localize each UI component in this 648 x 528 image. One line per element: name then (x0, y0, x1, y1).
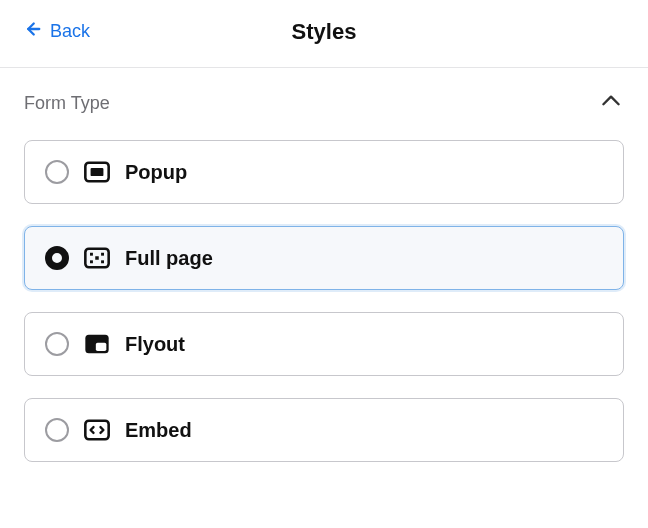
option-label-popup: Popup (125, 161, 187, 184)
back-button[interactable]: Back (20, 18, 90, 45)
svg-rect-5 (101, 253, 104, 256)
page-title: Styles (292, 19, 357, 45)
form-type-section: Form Type Popup (0, 68, 648, 462)
svg-rect-6 (90, 260, 93, 263)
back-label: Back (50, 21, 90, 42)
option-label-embed: Embed (125, 419, 192, 442)
section-header[interactable]: Form Type (24, 88, 624, 140)
radio-embed[interactable] (45, 418, 69, 442)
embed-icon (83, 416, 111, 444)
option-full-page[interactable]: Full page (24, 226, 624, 290)
svg-rect-8 (95, 256, 99, 260)
form-type-options: Popup Full page (24, 140, 624, 462)
back-arrow-icon (20, 18, 42, 45)
svg-rect-10 (96, 343, 107, 351)
flyout-icon (83, 330, 111, 358)
option-popup[interactable]: Popup (24, 140, 624, 204)
radio-flyout[interactable] (45, 332, 69, 356)
svg-rect-11 (85, 421, 108, 440)
svg-rect-7 (101, 260, 104, 263)
chevron-up-icon[interactable] (598, 88, 624, 118)
svg-rect-4 (90, 253, 93, 256)
option-label-flyout: Flyout (125, 333, 185, 356)
section-label: Form Type (24, 93, 110, 114)
option-embed[interactable]: Embed (24, 398, 624, 462)
radio-full-page[interactable] (45, 246, 69, 270)
page-header: Back Styles (0, 0, 648, 68)
popup-icon (83, 158, 111, 186)
fullpage-icon (83, 244, 111, 272)
svg-rect-2 (91, 168, 104, 176)
radio-popup[interactable] (45, 160, 69, 184)
option-label-full-page: Full page (125, 247, 213, 270)
option-flyout[interactable]: Flyout (24, 312, 624, 376)
